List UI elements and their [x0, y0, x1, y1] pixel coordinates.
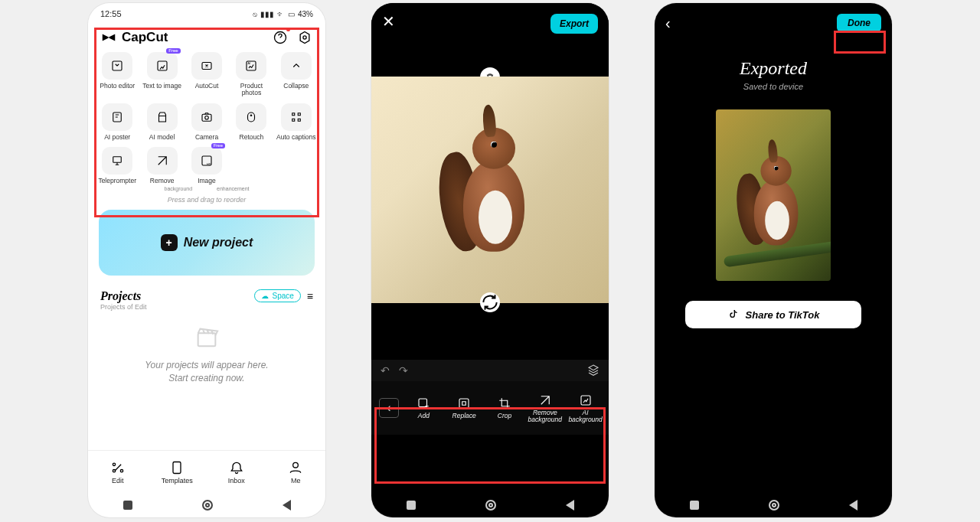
history-bar: ↶ ↷: [371, 360, 609, 381]
bottom-nav: Edit Templates Inbox Me: [88, 450, 325, 493]
dnd-icon: ⍉: [253, 10, 257, 18]
home-button[interactable]: [202, 500, 213, 511]
notification-dot: [286, 28, 290, 31]
android-nav-bar: [371, 493, 609, 517]
undo-button[interactable]: ↶: [381, 364, 390, 377]
svg-rect-15: [198, 334, 216, 347]
tool-ai-background[interactable]: AI background: [565, 393, 606, 423]
space-button[interactable]: ☁ Space: [254, 289, 300, 302]
tool-image-enhancement[interactable]: FreeHDImage: [185, 145, 228, 186]
phone-screen-2-editor: ✕ Export ↶ ↷ ‹ Add Replace Crop Remove b…: [371, 3, 609, 517]
battery-pct: 43%: [298, 10, 313, 18]
recent-apps-button[interactable]: [407, 501, 416, 510]
phone-screen-1-capcut-home: 12:55 ⍉ ▮▮▮ ᯤ ▭ 43% CapCut Photo editor …: [88, 3, 325, 517]
battery-icon: ▭: [288, 10, 295, 18]
nav-inbox[interactable]: Inbox: [207, 451, 266, 493]
settings-button[interactable]: [296, 29, 313, 46]
svg-rect-10: [248, 113, 255, 122]
status-icons: ⍉ ▮▮▮ ᯤ ▭ 43%: [253, 10, 313, 18]
tool-camera[interactable]: Camera: [185, 102, 228, 142]
tool-retouch[interactable]: Retouch: [230, 102, 273, 142]
share-tiktok-button[interactable]: Share to TikTok: [685, 301, 861, 328]
exported-header: Exported Saved to device: [655, 35, 892, 96]
svg-text:AI: AI: [248, 62, 251, 65]
clapperboard-icon: [194, 325, 220, 351]
signal-icon: ▮▮▮: [260, 10, 274, 18]
tool-ai-model[interactable]: AI model: [140, 102, 183, 142]
svg-point-17: [293, 462, 299, 468]
tool-crop[interactable]: Crop: [485, 396, 525, 419]
recent-apps-button[interactable]: [690, 501, 699, 510]
status-time: 12:55: [100, 9, 122, 18]
home-button[interactable]: [485, 500, 496, 511]
tool-collapse[interactable]: Collapse: [275, 51, 318, 99]
back-button[interactable]: [849, 500, 858, 511]
free-badge: Free: [166, 48, 180, 54]
exported-title: Exported: [655, 58, 892, 79]
svg-rect-3: [158, 61, 167, 70]
android-nav-bar: [655, 493, 892, 517]
nav-me[interactable]: Me: [266, 451, 326, 493]
tiktok-icon: [727, 308, 740, 321]
squirrel-image: [440, 106, 540, 267]
plus-icon: +: [161, 234, 178, 251]
cloud-icon: ☁: [261, 292, 269, 300]
tool-add[interactable]: Add: [403, 396, 444, 419]
exported-subtitle: Saved to device: [655, 82, 892, 91]
layers-button[interactable]: [587, 364, 599, 378]
canvas-image[interactable]: [371, 77, 609, 303]
svg-rect-19: [459, 399, 469, 408]
back-button[interactable]: [566, 500, 574, 511]
svg-rect-16: [173, 462, 181, 473]
tool-remove-background[interactable]: Remove: [140, 145, 183, 186]
tools-grid: Photo editor FreeText to image AutoCut A…: [88, 47, 325, 186]
nav-templates[interactable]: Templates: [148, 451, 207, 493]
status-bar: 12:55 ⍉ ▮▮▮ ᯤ ▭ 43%: [88, 3, 325, 24]
export-topbar: ‹ Done: [655, 3, 892, 35]
reorder-hint: Press and drag to reorder: [88, 196, 325, 204]
phone-screen-3-exported: ‹ Done Exported Saved to device Share to…: [655, 3, 892, 517]
recent-apps-button[interactable]: [123, 501, 132, 510]
bottom-toolbar: ‹ Add Replace Crop Remove background AI …: [371, 381, 609, 435]
new-project-button[interactable]: + New project: [99, 210, 315, 276]
help-button[interactable]: [272, 29, 289, 46]
tool-remove-background[interactable]: Remove background: [524, 393, 565, 423]
tool-photo-editor[interactable]: Photo editor: [96, 51, 139, 99]
export-button[interactable]: Export: [550, 14, 598, 34]
svg-point-9: [205, 116, 209, 119]
app-header: CapCut: [88, 24, 325, 47]
tool-product-photos[interactable]: AIProduct photos: [230, 51, 273, 99]
tool-text-to-image[interactable]: FreeText to image: [140, 51, 183, 99]
editor-topbar: ✕ Export: [371, 3, 609, 77]
toolbar-back-button[interactable]: ‹: [379, 398, 399, 418]
redo-button[interactable]: ↷: [399, 364, 408, 377]
tool-ai-poster[interactable]: AI poster: [96, 102, 139, 142]
svg-rect-18: [419, 399, 427, 407]
back-button[interactable]: [283, 500, 291, 511]
tool-auto-captions[interactable]: Auto captions: [275, 102, 318, 142]
home-button[interactable]: [769, 500, 779, 511]
svg-rect-8: [202, 114, 211, 121]
compare-button[interactable]: [480, 292, 500, 312]
tool-teleprompter[interactable]: Teleprompter: [96, 145, 139, 186]
back-button[interactable]: ‹: [665, 15, 671, 32]
projects-title: Projects: [100, 289, 147, 303]
svg-point-11: [251, 115, 253, 116]
nav-edit[interactable]: Edit: [88, 451, 148, 493]
svg-point-1: [303, 36, 306, 39]
editor-midbar: [371, 303, 609, 360]
tool-autocut[interactable]: AutoCut: [185, 51, 228, 99]
refresh-icon: [480, 292, 500, 312]
wifi-icon: ᯤ: [277, 10, 285, 18]
empty-state: Your projects will appear here. Start cr…: [88, 311, 325, 398]
svg-rect-12: [113, 157, 122, 163]
tool-replace[interactable]: Replace: [444, 396, 485, 419]
exported-thumbnail[interactable]: [716, 109, 831, 281]
svg-text:HD: HD: [207, 163, 211, 166]
projects-header: Projects Projects of Edit ☁ Space ≡: [88, 280, 325, 311]
done-button[interactable]: Done: [837, 14, 881, 32]
android-nav-bar: [88, 493, 325, 517]
close-button[interactable]: ✕: [382, 14, 395, 29]
free-badge: Free: [211, 143, 225, 148]
sort-icon[interactable]: ≡: [307, 290, 313, 302]
